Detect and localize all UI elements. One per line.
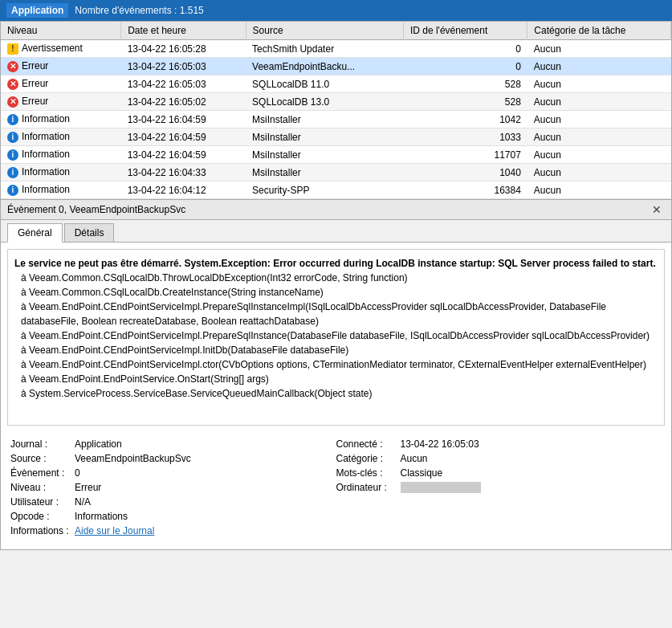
category-value: Aucun: [401, 453, 428, 464]
table-row[interactable]: iInformation13-04-22 16:04:12Security-SP…: [1, 181, 671, 199]
cell-date: 13-04-22 16:04:59: [121, 146, 246, 164]
error-icon: ✕: [7, 79, 18, 90]
cell-level: ✕Erreur: [1, 58, 121, 75]
table-row[interactable]: ✕Erreur13-04-22 16:05:03VeeamEndpointBac…: [1, 58, 671, 75]
event-count-label: Nombre d'événements : 1.515: [75, 5, 203, 16]
detail-panel: Évènement 0, VeeamEndpointBackupSvc ✕ Gé…: [0, 200, 672, 550]
cell-level: iInformation: [1, 128, 121, 146]
message-box: Le service ne peut pas être démarré. Sys…: [7, 249, 665, 426]
journal-row: Journal : Application: [10, 438, 336, 450]
stack-line: à Veeam.EndPoint.EndPointService.OnStart…: [21, 372, 658, 386]
cell-id: 1033: [403, 128, 527, 146]
keywords-value: Classique: [401, 467, 443, 479]
cell-category: Aucun: [527, 40, 671, 58]
computer-label: Ordinateur :: [336, 482, 401, 493]
event-table-container: Niveau Date et heure Source ID de l'évén…: [0, 21, 672, 200]
app-name-label: Application: [6, 3, 68, 18]
source-label: Source :: [10, 453, 75, 464]
stack-line: à Veeam.EndPoint.CEndPointServiceImpl.Pr…: [21, 300, 658, 328]
warning-icon: !: [7, 43, 18, 55]
message-first-line: Le service ne peut pas être démarré. Sys…: [14, 256, 658, 271]
cell-level: iInformation: [1, 164, 121, 181]
title-bar: Application Nombre d'événements : 1.515: [0, 0, 672, 21]
event-label: Évènement :: [10, 467, 75, 479]
event-row: Évènement : 0: [10, 467, 336, 479]
cell-date: 13-04-22 16:05:02: [121, 93, 246, 111]
category-label: Catégorie :: [336, 453, 401, 464]
table-row[interactable]: ✕Erreur13-04-22 16:05:03SQLLocalDB 11.05…: [1, 75, 671, 93]
cell-id: 11707: [403, 146, 527, 164]
cell-date: 13-04-22 16:04:59: [121, 111, 246, 128]
cell-level: ✕Erreur: [1, 93, 121, 111]
cell-level: iInformation: [1, 146, 121, 164]
level-label: Niveau :: [10, 482, 75, 493]
detail-body: Le service ne peut pas être démarré. Sys…: [1, 243, 671, 549]
col-niveau: Niveau: [1, 22, 121, 40]
opcode-row: Opcode : Informations: [10, 511, 336, 522]
connected-label: Connecté :: [336, 438, 401, 450]
tab-details[interactable]: Détails: [64, 223, 115, 242]
table-row[interactable]: iInformation13-04-22 16:04:59MsiInstalle…: [1, 111, 671, 128]
event-table: Niveau Date et heure Source ID de l'évén…: [1, 22, 671, 199]
cell-date: 13-04-22 16:05:28: [121, 40, 246, 58]
info-grid: Journal : Application Source : VeeamEndp…: [7, 432, 665, 543]
stack-line: à Veeam.EndPoint.CEndPointServiceImpl.Pr…: [21, 328, 658, 343]
info-right-col: Connecté : 13-04-22 16:05:03 Catégorie :…: [336, 438, 662, 540]
informations-row: Informations : Aide sur le Journal: [10, 525, 336, 536]
source-row: Source : VeeamEndpointBackupSvc: [10, 453, 336, 464]
cell-category: Aucun: [527, 111, 671, 128]
col-date: Date et heure: [121, 22, 246, 40]
cell-level: ✕Erreur: [1, 75, 121, 93]
connected-row: Connecté : 13-04-22 16:05:03: [336, 438, 662, 450]
cell-date: 13-04-22 16:04:33: [121, 164, 246, 181]
user-value: N/A: [75, 496, 91, 508]
cell-level: iInformation: [1, 111, 121, 128]
cell-id: 528: [403, 75, 527, 93]
opcode-label: Opcode :: [10, 511, 75, 522]
cell-date: 13-04-22 16:05:03: [121, 58, 246, 75]
level-value: Erreur: [75, 482, 101, 493]
stack-line: à System.ServiceProcess.ServiceBase.Serv…: [21, 386, 658, 401]
cell-category: Aucun: [527, 93, 671, 111]
cell-source: MsiInstaller: [246, 146, 403, 164]
level-row: Niveau : Erreur: [10, 482, 336, 493]
detail-header: Évènement 0, VeeamEndpointBackupSvc ✕: [1, 200, 671, 220]
stack-line: à Veeam.EndPoint.CEndPointServiceImpl.In…: [21, 343, 658, 357]
cell-id: 16384: [403, 181, 527, 199]
cell-id: 1042: [403, 111, 527, 128]
tab-general[interactable]: Général: [7, 223, 63, 243]
info-link[interactable]: Aide sur le Journal: [75, 525, 154, 536]
cell-source: VeeamEndpointBacku...: [246, 58, 403, 75]
info-icon: i: [7, 185, 18, 196]
error-icon: ✕: [7, 61, 18, 72]
cell-category: Aucun: [527, 181, 671, 199]
cell-source: Security-SPP: [246, 181, 403, 199]
table-row[interactable]: iInformation13-04-22 16:04:59MsiInstalle…: [1, 128, 671, 146]
detail-title: Évènement 0, VeeamEndpointBackupSvc: [7, 204, 185, 215]
cell-id: 0: [403, 58, 527, 75]
table-row[interactable]: iInformation13-04-22 16:04:33MsiInstalle…: [1, 164, 671, 181]
close-button[interactable]: ✕: [649, 203, 665, 216]
cell-level: iInformation: [1, 181, 121, 199]
informations-label: Informations :: [10, 525, 75, 536]
cell-date: 13-04-22 16:04:59: [121, 128, 246, 146]
cell-source: MsiInstaller: [246, 128, 403, 146]
col-source: Source: [246, 22, 403, 40]
col-category: Catégorie de la tâche: [527, 22, 671, 40]
tab-bar: Général Détails: [1, 220, 671, 243]
cell-category: Aucun: [527, 164, 671, 181]
cell-source: MsiInstaller: [246, 111, 403, 128]
cell-source: MsiInstaller: [246, 164, 403, 181]
table-row[interactable]: !Avertissement13-04-22 16:05:28TechSmith…: [1, 40, 671, 58]
cell-category: Aucun: [527, 146, 671, 164]
col-id: ID de l'événement: [403, 22, 527, 40]
info-icon: i: [7, 114, 18, 125]
message-content: Le service ne peut pas être démarré. Sys…: [14, 256, 658, 401]
stack-line: à Veeam.Common.CSqlLocalDb.ThrowLocalDbE…: [21, 271, 658, 285]
event-value: 0: [75, 467, 80, 479]
cell-date: 13-04-22 16:04:12: [121, 181, 246, 199]
table-header-row: Niveau Date et heure Source ID de l'évén…: [1, 22, 671, 40]
table-row[interactable]: iInformation13-04-22 16:04:59MsiInstalle…: [1, 146, 671, 164]
cell-category: Aucun: [527, 128, 671, 146]
table-row[interactable]: ✕Erreur13-04-22 16:05:02SQLLocalDB 13.05…: [1, 93, 671, 111]
